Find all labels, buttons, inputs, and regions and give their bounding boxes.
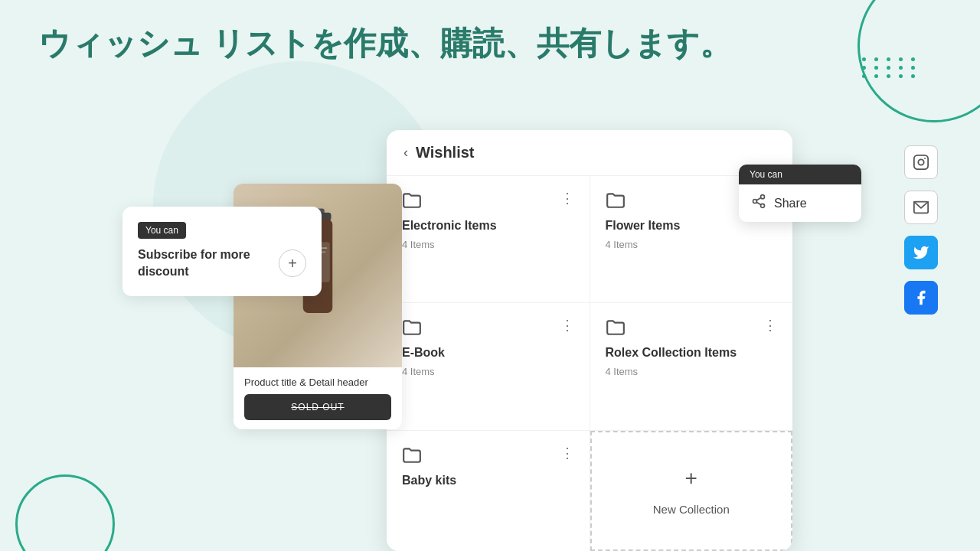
bg-circle-bottom-left bbox=[15, 474, 115, 551]
subscribe-text: Subscribe for more discount bbox=[138, 246, 271, 281]
email-icon[interactable] bbox=[904, 191, 938, 224]
folder-icon bbox=[606, 191, 626, 213]
instagram-icon[interactable] bbox=[904, 145, 938, 179]
wishlist-panel: ‹ Wishlist ⋮ Electronic Items 4 Items bbox=[387, 130, 792, 551]
more-options-icon[interactable]: ⋮ bbox=[560, 446, 574, 460]
folder-icon bbox=[402, 446, 422, 468]
collection-count: 4 Items bbox=[402, 239, 574, 250]
hero-title: ウィッシュ リストを作成、購読、共有します。 bbox=[38, 23, 732, 65]
share-tooltip: You can Share bbox=[739, 165, 861, 222]
collection-item-electronic[interactable]: ⋮ Electronic Items 4 Items bbox=[387, 176, 590, 302]
more-options-icon[interactable]: ⋮ bbox=[763, 318, 777, 332]
share-button[interactable]: Share bbox=[739, 184, 861, 222]
wishlist-header: ‹ Wishlist bbox=[387, 130, 792, 176]
facebook-icon[interactable] bbox=[904, 281, 938, 315]
collection-item-rolex[interactable]: ⋮ Rolex Collection Items 4 Items bbox=[590, 303, 793, 429]
wishlist-title: Wishlist bbox=[416, 144, 475, 161]
collection-count: 4 Items bbox=[606, 366, 778, 377]
folder-icon bbox=[402, 191, 422, 213]
subscribe-card: You can Subscribe for more discount + bbox=[122, 207, 322, 296]
more-options-icon[interactable]: ⋮ bbox=[560, 318, 574, 332]
svg-point-2 bbox=[924, 158, 926, 159]
wishlist-grid: ⋮ Electronic Items 4 Items Flower Items … bbox=[387, 176, 792, 551]
product-title: Product title & Detail header bbox=[244, 377, 391, 388]
share-label: Share bbox=[774, 197, 807, 210]
social-icons-panel bbox=[904, 145, 938, 315]
collection-item-baby[interactable]: ⋮ Baby kits bbox=[387, 431, 590, 551]
hero-section: ウィッシュ リストを作成、購読、共有します。 bbox=[38, 23, 732, 65]
back-button[interactable]: ‹ bbox=[403, 145, 408, 161]
svg-line-13 bbox=[756, 202, 761, 204]
add-collection-icon: + bbox=[685, 466, 697, 491]
collection-item-new[interactable]: + New Collection bbox=[590, 431, 793, 551]
folder-icon bbox=[606, 318, 626, 340]
sold-out-button[interactable]: SOLD OUT bbox=[244, 394, 391, 420]
you-can-badge: You can bbox=[138, 222, 186, 239]
svg-rect-0 bbox=[914, 155, 928, 169]
subscribe-add-button[interactable]: + bbox=[279, 249, 306, 277]
collection-item-ebook[interactable]: ⋮ E-Book 4 Items bbox=[387, 303, 590, 429]
more-options-icon[interactable]: ⋮ bbox=[560, 191, 574, 205]
collection-name: Rolex Collection Items bbox=[606, 346, 778, 360]
folder-icon bbox=[402, 318, 422, 340]
new-collection-label: New Collection bbox=[653, 503, 730, 516]
share-you-can-badge: You can bbox=[739, 165, 861, 184]
collection-name: Electronic Items bbox=[402, 219, 574, 233]
collection-name: E-Book bbox=[402, 346, 574, 360]
share-icon bbox=[751, 194, 766, 213]
collection-count: 4 Items bbox=[402, 366, 574, 377]
dots-grid bbox=[862, 57, 919, 78]
collection-count: 4 Items bbox=[606, 239, 778, 250]
collection-name: Baby kits bbox=[402, 474, 574, 487]
twitter-icon[interactable] bbox=[904, 236, 938, 269]
svg-line-14 bbox=[756, 197, 761, 200]
svg-point-1 bbox=[918, 159, 923, 165]
